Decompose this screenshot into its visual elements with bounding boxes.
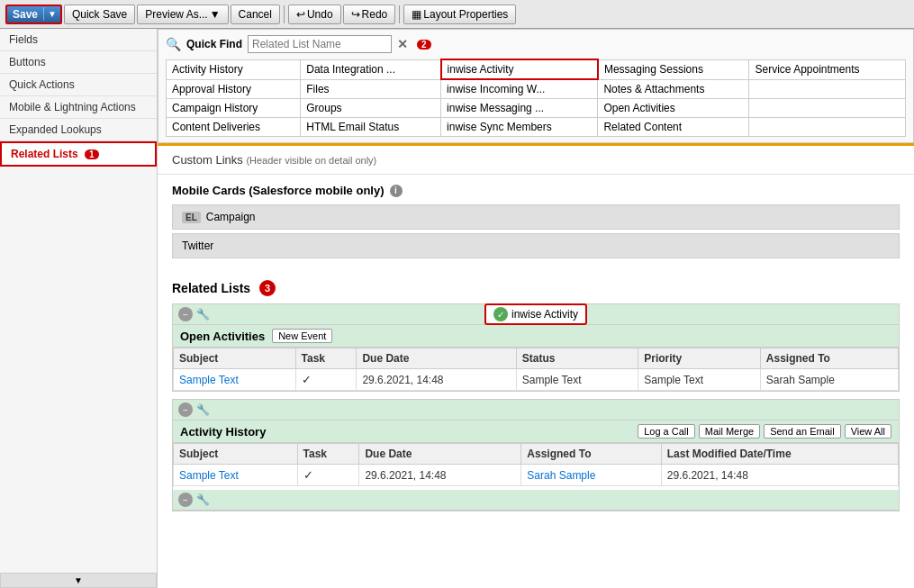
inwise-check-icon: ✓ — [493, 307, 508, 321]
sidebar-item-expanded-lookups[interactable]: Expanded Lookups — [0, 119, 157, 141]
wrench-icon-1[interactable]: 🔧 — [196, 308, 210, 321]
activity-history-header-row: Subject Task Due Date Assigned To Last M… — [174, 444, 899, 465]
cell-service-appointments[interactable]: Service Appointments — [749, 59, 906, 79]
cell-open-activities[interactable]: Open Activities — [598, 99, 749, 118]
quick-find-panel: 🔍 Quick Find ✕ 2 Activity History Data I… — [158, 29, 914, 143]
activity-history-actions: Log a Call Mail Merge Send an Email View… — [638, 424, 891, 439]
preview-button[interactable]: Preview As... ▼ — [137, 5, 228, 24]
sidebar-item-buttons[interactable]: Buttons — [0, 51, 157, 74]
custom-links-title: Custom Links — [172, 153, 243, 167]
col-subject-1: Subject — [174, 348, 296, 369]
send-email-button[interactable]: Send an Email — [764, 424, 841, 439]
sidebar-item-quick-actions[interactable]: Quick Actions — [0, 74, 157, 96]
cell-inwise-activity[interactable]: inwise Activity — [441, 59, 598, 79]
cell-data-integration[interactable]: Data Integration ... — [301, 59, 441, 79]
preview-arrow: ▼ — [210, 8, 221, 21]
cell-inwise-incoming[interactable]: inwise Incoming W... — [441, 79, 598, 99]
ah-assigned-to[interactable]: Sarah Sample — [521, 465, 661, 486]
custom-links-section: Custom Links (Header visible on detail o… — [158, 146, 914, 175]
col-subject-2: Subject — [174, 444, 298, 465]
oa-task: ✓ — [295, 369, 357, 391]
minus-icon-1[interactable]: − — [178, 307, 193, 321]
col-due-date-2: Due Date — [359, 444, 521, 465]
layout-icon: ▦ — [412, 8, 421, 21]
quick-find-clear-icon[interactable]: ✕ — [397, 37, 408, 51]
open-activities-block: − 🔧 ✓ inwise Activity Open Activities Ne… — [172, 303, 900, 392]
cell-campaign-history[interactable]: Campaign History — [167, 99, 301, 118]
save-button[interactable]: Save — [7, 6, 43, 23]
cell-html-email-status[interactable]: HTML Email Status — [301, 118, 441, 137]
ah-subject[interactable]: Sample Text — [174, 465, 298, 486]
view-all-button[interactable]: View All — [845, 424, 891, 439]
sidebar-scroll-down[interactable]: ▼ — [0, 573, 157, 588]
mail-merge-button[interactable]: Mail Merge — [699, 424, 760, 439]
cell-activity-history[interactable]: Activity History — [167, 59, 301, 79]
quick-find-label: Quick Find — [186, 38, 242, 50]
sidebar-scroll: Fields Buttons Quick Actions Mobile & Li… — [0, 29, 157, 573]
table-row: Campaign History Groups inwise Messaging… — [167, 99, 906, 118]
cell-empty-1 — [749, 79, 906, 99]
oa-subject[interactable]: Sample Text — [174, 369, 296, 391]
activity-history-block: − 🔧 Activity History Log a Call Mail Mer… — [172, 399, 900, 511]
card-twitter: Twitter — [172, 233, 900, 258]
sidebar-item-mobile-lightning[interactable]: Mobile & Lightning Actions — [0, 96, 157, 119]
related-lists-count-badge: 3 — [259, 280, 276, 296]
card-campaign-name: Campaign — [206, 211, 256, 223]
separator-2 — [399, 5, 400, 23]
cell-groups[interactable]: Groups — [301, 99, 441, 118]
related-lists-heading: Related Lists 3 — [172, 280, 900, 296]
cell-inwise-messaging[interactable]: inwise Messaging ... — [441, 99, 598, 118]
info-icon[interactable]: i — [390, 185, 403, 197]
wrench-icon-2[interactable]: 🔧 — [196, 403, 210, 416]
redo-button[interactable]: ↪ Redo — [343, 5, 396, 24]
separator-1 — [284, 5, 285, 23]
quick-find-input[interactable] — [248, 35, 392, 53]
sidebar-item-fields[interactable]: Fields — [0, 29, 157, 51]
oa-status: Sample Text — [516, 369, 638, 391]
col-task-1: Task — [295, 348, 357, 369]
cell-approval-history[interactable]: Approval History — [167, 79, 301, 99]
ah-due-date: 29.6.2021, 14:48 — [359, 465, 521, 486]
cell-related-content[interactable]: Related Content — [598, 118, 749, 137]
activity-history-row: Sample Text ✓ 29.6.2021, 14:48 Sarah Sam… — [174, 465, 899, 486]
card-campaign: EL Campaign — [172, 204, 900, 230]
log-a-call-button[interactable]: Log a Call — [638, 424, 695, 439]
cell-inwise-sync[interactable]: inwise Sync Members — [441, 118, 598, 137]
oa-priority: Sample Text — [638, 369, 761, 391]
col-assigned-to-2: Assigned To — [521, 444, 661, 465]
open-activities-table: Subject Task Due Date Status Priority As… — [173, 348, 899, 391]
open-activities-title: Open Activities — [180, 330, 265, 343]
cell-empty-2 — [749, 99, 906, 118]
new-event-button[interactable]: New Event — [272, 329, 332, 343]
cancel-button[interactable]: Cancel — [231, 5, 280, 24]
open-activities-header-row: Subject Task Due Date Status Priority As… — [174, 348, 899, 369]
redo-icon: ↪ — [351, 8, 360, 21]
cell-notes-attachments[interactable]: Notes & Attachments — [598, 79, 749, 99]
col-assigned-to-1: Assigned To — [760, 348, 898, 369]
cell-content-deliveries[interactable]: Content Deliveries — [167, 118, 301, 137]
cell-files[interactable]: Files — [301, 79, 441, 99]
minus-icon-2[interactable]: − — [178, 403, 193, 417]
cell-messaging-sessions[interactable]: Messaging Sessions — [598, 59, 749, 79]
quick-save-button[interactable]: Quick Save — [64, 5, 135, 24]
preview-label: Preview As... — [145, 8, 207, 21]
wrench-icon-3[interactable]: 🔧 — [196, 493, 210, 506]
undo-button[interactable]: ↩ Undo — [288, 5, 341, 24]
custom-links-note: (Header visible on detail only) — [246, 155, 376, 166]
inwise-activity-badge: ✓ inwise Activity — [484, 303, 587, 325]
ah-task: ✓ — [297, 465, 359, 486]
open-activities-toolbar: − 🔧 ✓ inwise Activity — [173, 304, 899, 325]
minus-icon-3[interactable]: − — [178, 493, 193, 507]
activity-history-title-bar: Activity History Log a Call Mail Merge S… — [173, 421, 899, 443]
sidebar-item-related-lists[interactable]: Related Lists 1 — [0, 141, 157, 167]
layout-props-button[interactable]: ▦ Layout Properties — [403, 5, 516, 24]
open-activities-row: Sample Text ✓ 29.6.2021, 14:48 Sample Te… — [174, 369, 899, 391]
oa-assigned-to: Sarah Sample — [760, 369, 898, 391]
ah-last-modified: 29.6.2021, 14:48 — [661, 465, 898, 486]
save-dropdown[interactable]: Save ▼ — [5, 5, 62, 24]
oa-due-date: 29.6.2021, 14:48 — [357, 369, 516, 391]
save-dropdown-arrow[interactable]: ▼ — [43, 7, 60, 21]
table-row: Content Deliveries HTML Email Status inw… — [167, 118, 906, 137]
quick-find-row: 🔍 Quick Find ✕ 2 — [166, 35, 906, 53]
open-activities-title-bar: Open Activities New Event — [173, 325, 899, 348]
